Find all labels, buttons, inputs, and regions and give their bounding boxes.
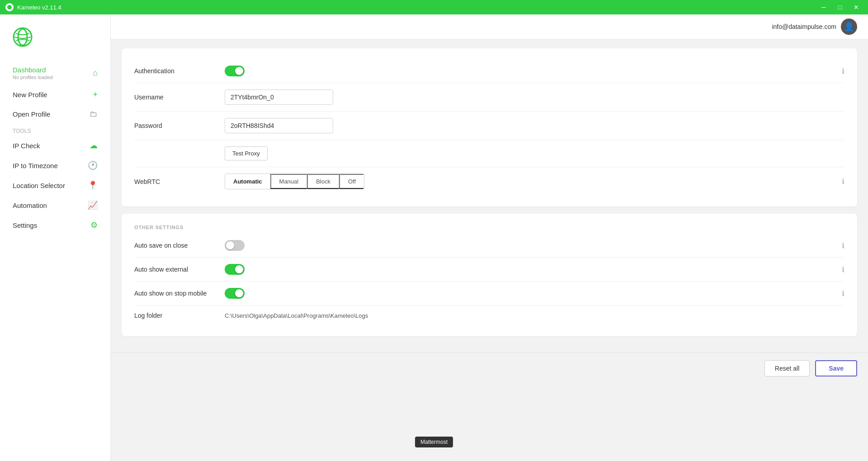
sidebar-nav: Dashboard No profiles loaded ⌂ New Profi… [0,61,110,461]
log-folder-label: Log folder [134,312,225,319]
open-profile-title: Open Profile [13,110,50,118]
user-icon: 👤 [844,22,854,32]
auto-show-mobile-control [225,288,842,299]
app-body: Dashboard No profiles loaded ⌂ New Profi… [0,14,868,461]
test-proxy-row: Test Proxy [134,140,844,167]
username-row: Username [134,83,844,112]
cloud-icon: ☁ [90,141,98,151]
tools-section-label: Tools [0,124,110,136]
username-input[interactable] [225,89,333,105]
clock-icon: 🕐 [88,160,98,170]
titlebar: Kameleo v2.11.4 ─ □ ✕ [0,0,868,14]
gear-icon: ⚙ [90,220,98,230]
close-button[interactable]: ✕ [850,1,863,14]
authentication-control [225,66,842,76]
automation-title: Automation [13,202,47,209]
other-settings-label: OTHER SETTINGS [134,225,844,234]
reset-all-button[interactable]: Reset all [764,360,810,376]
authentication-row: Authentication ℹ [134,59,844,83]
authentication-label: Authentication [134,67,225,75]
content-wrapper: info@dataimpulse.com 👤 Authentication [111,14,868,461]
auto-save-row: Auto save on close ℹ [134,234,844,258]
dashboard-title: Dashboard [13,66,53,74]
sidebar-item-new-profile[interactable]: New Profile + [4,85,107,104]
user-email: info@dataimpulse.com [772,23,836,30]
sidebar: Dashboard No profiles loaded ⌂ New Profi… [0,14,111,461]
app-title: Kameleo v2.11.4 [17,4,817,11]
authentication-card: Authentication ℹ Username [122,48,857,207]
svg-point-0 [7,5,12,9]
mattermost-badge: Mattermost [415,437,453,447]
webrtc-row: WebRTC Automatic Manual Block Off ℹ [134,167,844,196]
minimize-button[interactable]: ─ [817,1,830,14]
chart-icon: 📈 [88,200,98,210]
sidebar-item-location-selector[interactable]: Location Selector 📍 [4,176,107,195]
mattermost-label: Mattermost [420,439,448,445]
auto-save-info-icon[interactable]: ℹ [842,241,844,250]
home-icon: ⌂ [93,68,98,78]
sidebar-dashboard-label-group: Dashboard No profiles loaded [13,66,53,80]
password-input[interactable] [225,118,333,133]
plus-icon: + [93,90,98,99]
webrtc-options-group: Automatic Manual Block Off [225,174,364,189]
save-button[interactable]: Save [815,360,857,376]
auto-save-control [225,240,842,251]
ip-timezone-title: IP to Timezone [13,162,58,169]
password-row: Password [134,112,844,140]
authentication-info-icon[interactable]: ℹ [842,67,844,75]
sidebar-item-settings[interactable]: Settings ⚙ [4,216,107,235]
auto-save-label: Auto save on close [134,242,225,249]
webrtc-automatic-button[interactable]: Automatic [225,174,271,189]
auto-show-mobile-toggle[interactable] [225,288,245,299]
log-folder-path: C:\Users\Olga\AppData\Local\Programs\Kam… [225,312,368,319]
settings-title: Settings [13,221,37,229]
sidebar-item-open-profile[interactable]: Open Profile 🗀 [4,105,107,123]
sidebar-item-ip-timezone[interactable]: IP to Timezone 🕐 [4,156,107,175]
username-control [225,89,844,105]
bottom-bar: Reset all Save [111,353,868,384]
test-proxy-control: Test Proxy [225,146,844,160]
svg-point-1 [14,28,32,46]
other-settings-card: OTHER SETTINGS Auto save on close ℹ [122,214,857,336]
main-content: Authentication ℹ Username [111,39,868,461]
header-user: info@dataimpulse.com 👤 [772,19,857,35]
sidebar-item-dashboard[interactable]: Dashboard No profiles loaded ⌂ [4,61,107,85]
log-folder-row: Log folder C:\Users\Olga\AppData\Local\P… [134,306,844,325]
webrtc-block-button[interactable]: Block [307,174,339,189]
avatar: 👤 [841,19,857,35]
password-control [225,118,844,133]
auto-save-toggle[interactable] [225,240,245,251]
app-logo [5,3,14,11]
sidebar-logo [0,24,110,61]
auto-show-external-info-icon[interactable]: ℹ [842,265,844,274]
window-controls: ─ □ ✕ [817,1,863,14]
authentication-toggle[interactable] [225,66,245,76]
svg-point-2 [18,29,27,45]
auto-show-external-control [225,264,842,275]
webrtc-label: WebRTC [134,178,225,185]
webrtc-manual-button[interactable]: Manual [270,174,307,189]
auto-show-mobile-info-icon[interactable]: ℹ [842,289,844,298]
log-folder-control: C:\Users\Olga\AppData\Local\Programs\Kam… [225,312,844,319]
auto-show-mobile-row: Auto show on stop mobile ℹ [134,282,844,306]
sidebar-item-ip-check[interactable]: IP Check ☁ [4,136,107,155]
ip-check-title: IP Check [13,142,40,150]
auto-show-mobile-label: Auto show on stop mobile [134,290,225,297]
location-selector-title: Location Selector [13,182,65,189]
webrtc-control: Automatic Manual Block Off [225,174,842,189]
webrtc-info-icon[interactable]: ℹ [842,177,844,186]
main-content-inner: Authentication ℹ Username [111,39,868,353]
password-label: Password [134,122,225,129]
pin-icon: 📍 [88,180,98,190]
auto-show-external-row: Auto show external ℹ [134,258,844,282]
username-label: Username [134,94,225,101]
new-profile-title: New Profile [13,91,47,99]
test-proxy-button[interactable]: Test Proxy [225,146,268,160]
webrtc-off-button[interactable]: Off [339,174,364,189]
auto-show-external-toggle[interactable] [225,264,245,275]
maximize-button[interactable]: □ [834,1,846,14]
dashboard-sub: No profiles loaded [13,75,53,80]
header-bar: info@dataimpulse.com 👤 [111,14,868,39]
sidebar-item-automation[interactable]: Automation 📈 [4,196,107,215]
auto-show-external-label: Auto show external [134,266,225,273]
